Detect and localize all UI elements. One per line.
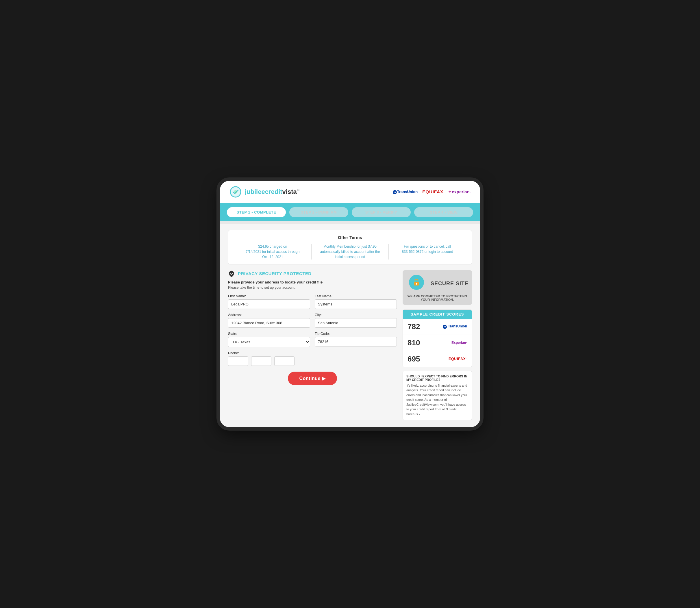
address-input[interactable] — [228, 318, 310, 328]
first-name-input[interactable] — [228, 299, 310, 309]
address-group: Address: — [228, 313, 310, 328]
first-name-label: First Name: — [228, 294, 310, 298]
secure-site-box: SECURE SITE WE ARE COMMITTED TO PROTECTI… — [403, 270, 472, 305]
form-row-address: Address: City: — [228, 313, 397, 328]
privacy-title: PRIVACY SECURITY PROTECTED — [238, 271, 311, 276]
form-row-state-zip: State: TX - Texas Zip Code: — [228, 332, 397, 347]
state-label: State: — [228, 332, 310, 336]
score-experian-label: Experian· — [451, 341, 467, 345]
score-equifax-label: EQUIFAX· — [449, 357, 467, 361]
secure-subtitle: WE ARE COMMITTED TO PROTECTING YOUR INFO… — [406, 294, 469, 301]
zip-input[interactable] — [315, 337, 397, 346]
phone-group: Phone: — [228, 351, 397, 366]
first-name-group: First Name: — [228, 294, 310, 309]
offer-col-2: Monthly Membership for just $7.95automat… — [311, 244, 389, 260]
step2-button[interactable]: STEP 2 - CONFIRM — [289, 207, 348, 217]
errors-box: SHOULD I EXPECT TO FIND ERRORS IN MY CRE… — [403, 371, 472, 420]
form-subtitle-bold: Please provide your address to locate yo… — [228, 280, 397, 284]
state-select[interactable]: TX - Texas — [228, 337, 310, 347]
last-name-input[interactable] — [315, 299, 397, 309]
offer-col-1: $24.95 charged on7/14/2021 for initial a… — [234, 244, 311, 260]
offer-col-3: For questions or to cancel, call833-552-… — [389, 244, 466, 260]
zip-label: Zip Code: — [315, 332, 397, 336]
city-group: City: — [315, 313, 397, 328]
credit-bureaus: tuTransUnion EQUIFAX ✦experian. — [393, 189, 471, 194]
score-equifax-value: 695 — [408, 355, 420, 363]
last-name-label: Last Name: — [315, 294, 397, 298]
errors-title: SHOULD I EXPECT TO FIND ERRORS IN MY CRE… — [406, 375, 468, 381]
offer-title: Offer Terms — [234, 235, 466, 240]
form-area: PRIVACY SECURITY PROTECTED Please provid… — [228, 270, 397, 385]
score-transunion-value: 782 — [408, 322, 420, 331]
score-row-experian: 810 Experian· — [403, 335, 472, 351]
shield-icon — [228, 270, 235, 277]
form-security-row: PRIVACY SECURITY PROTECTED Please provid… — [228, 270, 472, 420]
header: jubileecreditvista™ tuTransUnion EQUIFAX… — [220, 181, 480, 203]
score-row-transunion: 782 tu TransUnion — [403, 319, 472, 335]
zip-group: Zip Code: — [315, 332, 397, 347]
errors-text: It's likely, according to financial expe… — [406, 383, 468, 417]
device-frame: jubileecreditvista™ tuTransUnion EQUIFAX… — [220, 181, 480, 428]
logo-icon — [229, 186, 242, 198]
secure-lock-icon — [409, 275, 424, 290]
city-label: City: — [315, 313, 397, 317]
city-input[interactable] — [315, 318, 397, 328]
phone-inputs — [228, 356, 397, 366]
scores-box: SAMPLE CREDIT SCORES 782 tu TransUnion 8… — [403, 309, 472, 367]
privacy-header: PRIVACY SECURITY PROTECTED — [228, 270, 397, 277]
continue-wrap: Continue ▶ — [228, 372, 397, 385]
equifax-logo: EQUIFAX — [422, 189, 443, 194]
form-subtitle: Please take the time to set up your acco… — [228, 285, 397, 289]
logo-text: jubileecreditvista™ — [245, 188, 300, 196]
phone-label: Phone: — [228, 351, 397, 355]
security-sidebar: SECURE SITE WE ARE COMMITTED TO PROTECTI… — [403, 270, 472, 420]
step4-button[interactable]: STEP 4 - VIEW — [414, 207, 473, 217]
last-name-group: Last Name: — [315, 294, 397, 309]
svg-point-2 — [234, 190, 237, 194]
state-group: State: TX - Texas — [228, 332, 310, 347]
svg-point-4 — [416, 283, 417, 284]
score-row-equifax: 695 EQUIFAX· — [403, 351, 472, 367]
scores-title: SAMPLE CREDIT SCORES — [403, 310, 472, 319]
step1-button[interactable]: STEP 1 - COMPLETE — [227, 207, 286, 217]
logo-area: jubileecreditvista™ — [229, 186, 300, 198]
address-label: Address: — [228, 313, 310, 317]
step-bar: STEP 1 - COMPLETE STEP 2 - CONFIRM STEP … — [220, 203, 480, 221]
form-row-name: First Name: Last Name: — [228, 294, 397, 309]
continue-button[interactable]: Continue ▶ — [288, 372, 337, 385]
main-content: Offer Terms $24.95 charged on7/14/2021 f… — [220, 224, 480, 428]
phone-part1[interactable] — [228, 356, 248, 366]
offer-box: Offer Terms $24.95 charged on7/14/2021 f… — [228, 230, 472, 264]
phone-part2[interactable] — [251, 356, 271, 366]
secure-title: SECURE SITE — [431, 281, 469, 287]
score-transunion-label: tu TransUnion — [443, 324, 467, 329]
experian-logo: ✦experian. — [448, 189, 471, 194]
gray-divider — [220, 221, 480, 224]
phone-part3[interactable] — [274, 356, 295, 366]
offer-cols: $24.95 charged on7/14/2021 for initial a… — [234, 244, 466, 260]
score-experian-value: 810 — [408, 338, 420, 347]
transunion-logo: tuTransUnion — [393, 190, 418, 194]
step3-button[interactable]: STEP 3 - VERIFY — [352, 207, 411, 217]
